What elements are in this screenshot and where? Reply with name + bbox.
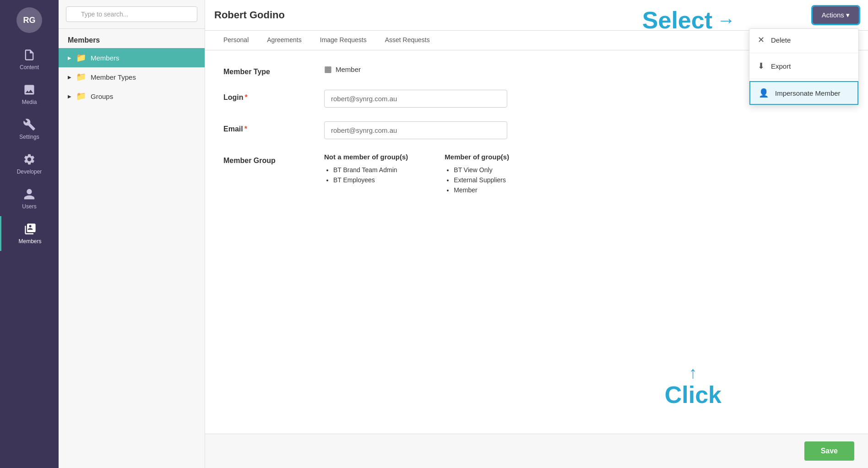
sidebar-section-title: Members — [59, 29, 205, 48]
nav-label-users: Users — [22, 203, 36, 210]
sidebar-item-members[interactable]: ▶ 📁 Members — [59, 48, 205, 67]
avatar: RG — [16, 7, 42, 33]
sidebar-item-groups-label: Groups — [91, 93, 113, 100]
impersonate-icon: 👤 — [759, 88, 769, 98]
folder-icon-3: 📁 — [76, 91, 86, 101]
sidebar-item-members-label: Members — [91, 54, 119, 62]
not-member-of-title: Not a member of group(s) — [324, 153, 408, 161]
actions-label: Actions ▾ — [822, 11, 850, 19]
nav-label-settings: Settings — [19, 134, 39, 140]
dropdown-item-impersonate[interactable]: 👤 Impersonate Member — [749, 81, 858, 105]
not-member-of-list: BT Brand Team Admin BT Employees — [324, 166, 408, 184]
chevron-right-icon-3: ▶ — [68, 94, 71, 99]
email-row: Email* — [223, 121, 850, 139]
dropdown-item-export[interactable]: ⬇ Export — [749, 55, 858, 77]
login-required: * — [245, 93, 248, 101]
login-label: Login* — [223, 90, 324, 102]
nav-item-media[interactable]: Media — [0, 77, 59, 112]
select-label: Select — [642, 6, 712, 34]
member-group-row: Member Group Not a member of group(s) BT… — [223, 153, 850, 196]
actions-dropdown: ✕ Delete ⬇ Export 👤 Impersonate Member — [749, 28, 859, 105]
member-of-col: Member of group(s) BT View Only External… — [445, 153, 509, 196]
folder-icon: 📁 — [76, 53, 86, 63]
arrow-icon: → — [717, 10, 735, 31]
file-icon — [23, 49, 36, 61]
left-nav: RG Content Media Settings Developer User… — [0, 0, 59, 468]
dropdown-export-label: Export — [771, 62, 791, 70]
search-input[interactable] — [66, 6, 197, 22]
email-label: Email* — [223, 121, 324, 133]
wrench-icon — [23, 118, 36, 131]
nav-label-media: Media — [22, 99, 37, 105]
dropdown-impersonate-label: Impersonate Member — [775, 89, 841, 97]
form-area: Member Type ▦ Member Login* Email* — [205, 50, 868, 434]
sidebar-item-member-types[interactable]: ▶ 📁 Member Types — [59, 67, 205, 87]
user-icon — [23, 188, 36, 201]
form-footer: Save — [205, 434, 868, 468]
member-group-label: Member Group — [223, 153, 324, 165]
member-type-icon: ▦ — [324, 64, 332, 74]
actions-button[interactable]: Actions ▾ — [813, 6, 859, 24]
nav-item-members[interactable]: Members — [0, 216, 59, 251]
main-content: Robert Godino Select → Actions ▾ ✕ Delet… — [205, 0, 868, 468]
member-type-label: Member Type — [223, 64, 324, 76]
chevron-right-icon-2: ▶ — [68, 75, 71, 80]
chevron-right-icon: ▶ — [68, 55, 71, 60]
export-icon: ⬇ — [758, 61, 765, 71]
dropdown-item-delete[interactable]: ✕ Delete — [749, 29, 858, 51]
search-bar: 🔍 — [59, 0, 205, 29]
nav-item-developer[interactable]: Developer — [0, 147, 59, 181]
sidebar-item-groups[interactable]: ▶ 📁 Groups — [59, 87, 205, 106]
member-type-text: Member — [336, 65, 361, 73]
member-group-value: Not a member of group(s) BT Brand Team A… — [324, 153, 850, 196]
sidebar-item-member-types-label: Member Types — [91, 73, 136, 81]
email-required: * — [244, 125, 247, 133]
tab-asset-requests[interactable]: Asset Requests — [376, 31, 439, 50]
list-item: BT Brand Team Admin — [333, 166, 408, 174]
save-button[interactable]: Save — [804, 441, 854, 461]
image-icon — [23, 83, 36, 96]
group-columns: Not a member of group(s) BT Brand Team A… — [324, 153, 509, 196]
tab-image-requests[interactable]: Image Requests — [311, 31, 376, 50]
member-of-title: Member of group(s) — [445, 153, 509, 161]
email-value — [324, 121, 850, 139]
list-item: BT Employees — [333, 176, 408, 184]
nav-item-settings[interactable]: Settings — [0, 112, 59, 147]
nav-item-users[interactable]: Users — [0, 181, 59, 216]
list-item: BT View Only — [454, 166, 509, 174]
member-name: Robert Godino — [214, 9, 285, 21]
not-member-of-col: Not a member of group(s) BT Brand Team A… — [324, 153, 408, 196]
members-icon — [24, 223, 37, 235]
folder-icon-2: 📁 — [76, 72, 86, 82]
dropdown-delete-label: Delete — [771, 36, 791, 44]
list-item: External Suppliers — [454, 176, 509, 184]
nav-item-content[interactable]: Content — [0, 42, 59, 77]
select-annotation: Select → — [642, 6, 735, 34]
nav-label-content: Content — [20, 64, 39, 71]
member-of-list: BT View Only External Suppliers Member — [445, 166, 509, 194]
login-input[interactable] — [324, 90, 507, 108]
tab-personal[interactable]: Personal — [214, 31, 258, 50]
gear-icon — [23, 153, 36, 166]
secondary-sidebar: 🔍 Members ▶ 📁 Members ▶ 📁 Member Types ▶… — [59, 0, 205, 468]
content-header: Robert Godino Select → Actions ▾ — [205, 0, 868, 31]
nav-label-members: Members — [18, 238, 41, 245]
delete-icon: ✕ — [758, 35, 765, 45]
tab-agreements[interactable]: Agreements — [258, 31, 310, 50]
nav-label-developer: Developer — [17, 169, 42, 175]
list-item: Member — [454, 186, 509, 194]
email-input[interactable] — [324, 121, 507, 139]
